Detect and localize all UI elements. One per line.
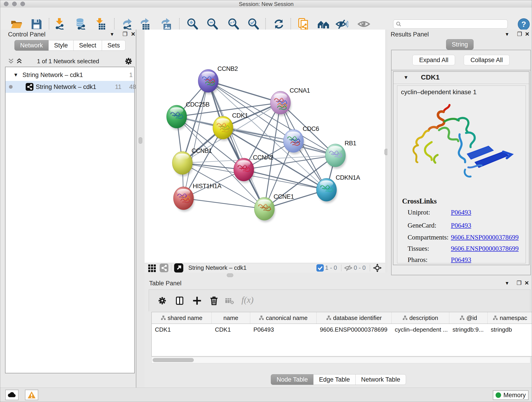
node-CCNB2[interactable] <box>198 70 219 94</box>
export-network-icon[interactable] <box>121 18 134 31</box>
add-column-icon[interactable] <box>192 296 202 306</box>
protein-section-header[interactable]: ▼ CDK1 <box>393 72 529 84</box>
zoom-out-icon[interactable] <box>206 18 219 31</box>
column-header[interactable]: canonical name <box>250 312 317 324</box>
search-field[interactable] <box>393 19 508 29</box>
cell-namespace[interactable]: stringdb <box>488 324 532 335</box>
control-panel-float-icon[interactable]: ❐ <box>123 31 128 37</box>
edge-CCNE1-HIST1H1A[interactable] <box>184 198 264 209</box>
network-options-gear-icon[interactable] <box>124 57 133 65</box>
node-CDC6[interactable] <box>283 129 304 154</box>
table-panel-float-icon[interactable]: ❐ <box>517 280 522 286</box>
edge-CCNB2-HIST1H1A[interactable] <box>184 81 208 198</box>
tab-select[interactable]: Select <box>74 40 102 51</box>
node-CDC25B[interactable] <box>167 105 187 130</box>
results-panel-menu-icon[interactable]: ▾ <box>506 31 508 37</box>
results-panel-float-icon[interactable]: ❐ <box>517 31 522 37</box>
zoom-in-icon[interactable] <box>186 18 199 31</box>
memory-button[interactable]: Memory <box>493 390 529 400</box>
cell-id[interactable]: stringdb:9... <box>449 324 488 335</box>
import-table-file-icon[interactable] <box>94 18 107 31</box>
tab-sets[interactable]: Sets <box>102 40 126 51</box>
open-in-window-icon[interactable] <box>174 263 183 273</box>
collection-expander-icon[interactable]: ▼ <box>13 72 18 78</box>
network-row[interactable]: String Network – cdk1 11 48 <box>6 81 134 93</box>
crosslink-link[interactable]: P06493 <box>451 222 471 229</box>
edge-CCNB2-CCNE1[interactable] <box>208 81 264 209</box>
tab-style[interactable]: Style <box>49 40 74 51</box>
node-HIST1H1A[interactable] <box>173 187 194 211</box>
copy-network-icon[interactable] <box>297 18 310 31</box>
cell-shared-name[interactable]: CDK1 <box>152 324 212 335</box>
column-header[interactable]: @id <box>449 312 488 324</box>
export-image-icon[interactable] <box>160 18 172 31</box>
import-network-database-icon[interactable] <box>74 18 87 31</box>
export-table-icon[interactable] <box>139 18 152 31</box>
results-splitter[interactable] <box>385 30 387 278</box>
splitter-grip[interactable] <box>139 137 142 144</box>
network-view-icon[interactable] <box>160 264 168 272</box>
open-file-icon[interactable] <box>10 18 23 31</box>
node-RB1[interactable] <box>325 144 346 169</box>
table-panel-menu-icon[interactable]: ▾ <box>506 280 508 286</box>
control-panel-close-icon[interactable]: ✕ <box>131 31 135 37</box>
tab-edge-table[interactable]: Edge Table <box>313 374 355 385</box>
refresh-icon[interactable] <box>272 18 285 31</box>
edge-CCNA2-CDKN1A[interactable] <box>244 170 326 190</box>
scrollbar-thumb[interactable] <box>152 358 194 362</box>
expand-all-button[interactable]: Expand All <box>412 55 455 65</box>
horizontal-scrollbar[interactable] <box>152 357 530 363</box>
grid-view-icon[interactable] <box>148 264 157 272</box>
houses-icon[interactable] <box>317 18 330 31</box>
collapse-all-button[interactable]: Collapse All <box>464 55 509 65</box>
edge-CCNB2-CCNA1[interactable] <box>208 81 280 103</box>
move-crosshair-icon[interactable] <box>373 263 382 273</box>
table-panel-close-icon[interactable]: ✕ <box>525 280 529 286</box>
node-CCNE1[interactable] <box>254 197 275 222</box>
crosslink-link[interactable]: P06493 <box>451 256 471 264</box>
delete-column-trash-icon[interactable] <box>209 296 219 306</box>
column-header[interactable]: database identifier <box>317 312 392 324</box>
zoom-selected-icon[interactable] <box>247 18 260 31</box>
node-CCNB1[interactable] <box>172 152 193 176</box>
column-header[interactable]: shared name <box>152 312 212 324</box>
search-input[interactable] <box>402 21 503 27</box>
table-row[interactable]: CDK1 CDK1 P06493 9606.ENSP00000378699 cy… <box>152 324 532 335</box>
hide-selected-eye-icon[interactable] <box>336 18 348 31</box>
save-session-icon[interactable] <box>30 18 43 31</box>
cell-canonical-name[interactable]: P06493 <box>250 324 317 335</box>
column-header[interactable]: description <box>392 312 449 324</box>
vertical-splitter[interactable] <box>136 30 145 388</box>
node-CCNA2[interactable] <box>234 158 254 183</box>
network-canvas[interactable]: CCNB2CCNA1CDC25BCDK1CDC6RB1CCNB1CCNA2CDK… <box>145 30 385 263</box>
hidden-eye-icon[interactable] <box>344 264 352 272</box>
splitter-grip[interactable] <box>227 274 233 277</box>
results-panel-close-icon[interactable]: ✕ <box>525 31 530 37</box>
zoom-fit-icon[interactable] <box>227 18 240 31</box>
column-header[interactable]: name <box>212 312 250 324</box>
tab-string[interactable]: String <box>446 39 474 50</box>
warning-button[interactable] <box>25 390 38 400</box>
cell-name[interactable]: CDK1 <box>212 324 250 335</box>
help-button[interactable]: ? <box>518 18 530 31</box>
crosslink-link[interactable]: 9606.ENSP00000378699 <box>451 234 519 241</box>
node-CDK1[interactable] <box>213 116 234 141</box>
section-expander-icon[interactable]: ▼ <box>404 75 409 80</box>
cell-description[interactable]: cyclin–dependent ... <box>392 324 449 335</box>
cell-database-identifier[interactable]: 9606.ENSP00000378699 <box>317 324 392 335</box>
tab-node-table[interactable]: Node Table <box>271 374 313 385</box>
network-collection-row[interactable]: ▼ String Network – cdk1 1 <box>6 69 134 81</box>
column-header[interactable]: namespac <box>488 312 532 324</box>
tab-network-table[interactable]: Network Table <box>355 374 406 385</box>
tab-network[interactable]: Network <box>14 40 49 51</box>
table-settings-gear-icon[interactable] <box>157 296 167 306</box>
show-columns-icon[interactable] <box>175 296 185 306</box>
crosslink-link[interactable]: P06493 <box>451 209 471 216</box>
cloud-button[interactable] <box>5 390 19 400</box>
node-CCNA1[interactable] <box>270 91 291 116</box>
node-CDKN1A[interactable] <box>317 178 337 203</box>
crosslink-link[interactable]: 9606.ENSP00000378699 <box>451 245 519 252</box>
import-network-file-icon[interactable] <box>53 18 66 31</box>
selected-checkbox-icon[interactable] <box>317 264 324 272</box>
control-panel-menu-icon[interactable]: ▾ <box>111 31 114 37</box>
